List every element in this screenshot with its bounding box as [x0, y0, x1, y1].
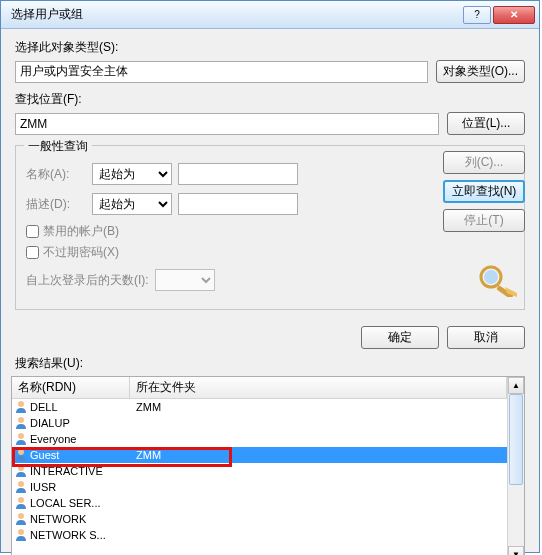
dialog: 选择用户或组 ? ✕ 选择此对象类型(S): 对象类型(O)... 查找位置(F…	[0, 0, 540, 553]
dialog-title: 选择用户或组	[5, 6, 463, 23]
col-folder[interactable]: 所在文件夹	[130, 377, 507, 398]
item-name: IUSR	[30, 481, 56, 493]
svg-point-3	[18, 401, 24, 407]
name-label: 名称(A):	[26, 166, 86, 183]
col-rdn[interactable]: 名称(RDN)	[12, 377, 130, 398]
results-list: DELLZMMDIALUPEveryoneGuestZMMINTERACTIVE…	[12, 399, 507, 543]
object-type-label: 选择此对象类型(S):	[15, 39, 525, 56]
no-expire-pw-label: 不过期密码(X)	[43, 244, 119, 261]
columns-button[interactable]: 列(C)...	[443, 151, 525, 174]
scroll-track[interactable]	[508, 394, 524, 546]
item-name: DIALUP	[30, 417, 70, 429]
svg-point-1	[484, 270, 498, 284]
svg-point-9	[18, 497, 24, 503]
name-match-select[interactable]: 起始为	[92, 163, 172, 185]
list-item[interactable]: Everyone	[12, 431, 507, 447]
user-icon	[14, 528, 28, 542]
item-name: LOCAL SER...	[30, 497, 101, 509]
item-name: Guest	[30, 449, 59, 461]
ok-button[interactable]: 确定	[361, 326, 439, 349]
scroll-thumb[interactable]	[509, 394, 523, 485]
user-icon	[14, 464, 28, 478]
svg-point-11	[18, 529, 24, 535]
svg-point-5	[18, 433, 24, 439]
results-header: 名称(RDN) 所在文件夹	[12, 377, 507, 399]
list-item[interactable]: NETWORK S...	[12, 527, 507, 543]
item-folder: ZMM	[130, 401, 507, 413]
item-name: INTERACTIVE	[30, 465, 103, 477]
item-name: Everyone	[30, 433, 76, 445]
desc-match-select[interactable]: 起始为	[92, 193, 172, 215]
list-item[interactable]: INTERACTIVE	[12, 463, 507, 479]
user-icon	[14, 416, 28, 430]
results-pane: 名称(RDN) 所在文件夹 DELLZMMDIALUPEveryoneGuest…	[11, 376, 525, 555]
scroll-up-button[interactable]: ▲	[508, 377, 524, 394]
scrollbar[interactable]: ▲ ▼	[507, 377, 524, 555]
location-field[interactable]	[15, 113, 439, 135]
desc-input[interactable]	[178, 193, 298, 215]
disabled-accounts-checkbox[interactable]	[26, 225, 39, 238]
svg-point-8	[18, 481, 24, 487]
cancel-button[interactable]: 取消	[447, 326, 525, 349]
days-since-login-label: 自上次登录后的天数(I):	[26, 272, 149, 289]
find-now-button[interactable]: 立即查找(N)	[443, 180, 525, 203]
item-folder: ZMM	[130, 449, 507, 461]
item-name: DELL	[30, 401, 58, 413]
list-item[interactable]: NETWORK	[12, 511, 507, 527]
user-icon	[14, 496, 28, 510]
close-button[interactable]: ✕	[493, 6, 535, 24]
list-item[interactable]: DELLZMM	[12, 399, 507, 415]
titlebar: 选择用户或组 ? ✕	[1, 1, 539, 29]
stop-button[interactable]: 停止(T)	[443, 209, 525, 232]
no-expire-pw-checkbox[interactable]	[26, 246, 39, 259]
user-icon	[14, 480, 28, 494]
name-input[interactable]	[178, 163, 298, 185]
list-item[interactable]: IUSR	[12, 479, 507, 495]
item-name: NETWORK	[30, 513, 86, 525]
disabled-accounts-label: 禁用的帐户(B)	[43, 223, 119, 240]
user-icon	[14, 400, 28, 414]
location-button[interactable]: 位置(L)...	[447, 112, 525, 135]
days-since-login-select[interactable]	[155, 269, 215, 291]
list-item[interactable]: DIALUP	[12, 415, 507, 431]
object-type-field[interactable]	[15, 61, 428, 83]
search-icon	[477, 263, 521, 297]
item-name: NETWORK S...	[30, 529, 106, 541]
help-button[interactable]: ?	[463, 6, 491, 24]
svg-point-4	[18, 417, 24, 423]
svg-point-10	[18, 513, 24, 519]
user-icon	[14, 432, 28, 446]
general-query-title: 一般性查询	[24, 138, 92, 155]
object-type-button[interactable]: 对象类型(O)...	[436, 60, 525, 83]
location-label: 查找位置(F):	[15, 91, 525, 108]
scroll-down-button[interactable]: ▼	[508, 546, 524, 555]
titlebar-buttons: ? ✕	[463, 6, 535, 24]
desc-label: 描述(D):	[26, 196, 86, 213]
user-icon	[14, 512, 28, 526]
list-item[interactable]: GuestZMM	[12, 447, 507, 463]
svg-point-6	[18, 449, 24, 455]
list-item[interactable]: LOCAL SER...	[12, 495, 507, 511]
svg-point-7	[18, 465, 24, 471]
results-label: 搜索结果(U):	[1, 349, 539, 376]
dialog-buttons: 确定 取消	[1, 320, 539, 349]
user-icon	[14, 448, 28, 462]
right-button-column: 列(C)... 立即查找(N) 停止(T)	[443, 151, 525, 232]
